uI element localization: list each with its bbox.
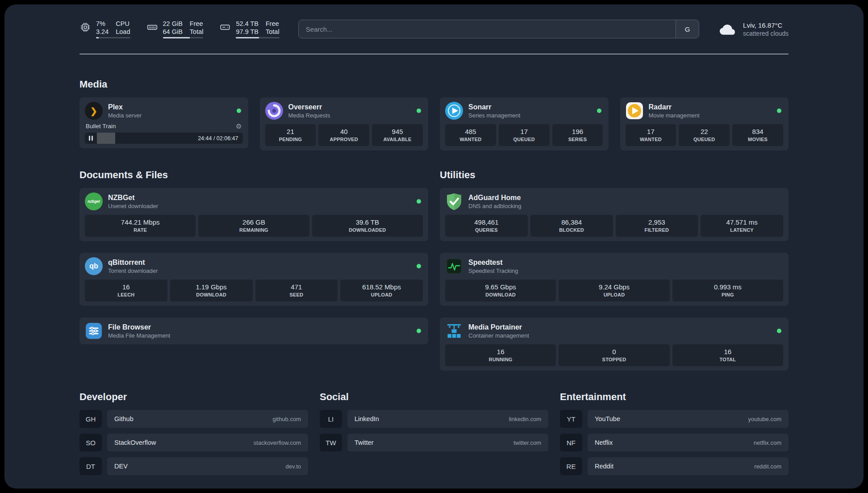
service-card-overseerr[interactable]: Overseerr Media Requests 21 PENDING 40 A… [260, 97, 429, 150]
service-desc: Speedtest Tracking [468, 267, 518, 274]
radarr-icon [626, 102, 643, 120]
playback-bar[interactable]: 24:44 / 02:06:47 [85, 133, 243, 144]
memory-progress [163, 37, 204, 38]
plex-icon: ❯ [85, 102, 103, 120]
top-bar: 7%3.24 CPULoad [79, 20, 789, 38]
bookmark-name: Twitter [355, 439, 374, 446]
status-dot [777, 109, 781, 113]
cpu-icon [79, 21, 91, 33]
cpu-widget: 7%3.24 CPULoad [79, 20, 130, 38]
bookmark-group-title: Social [320, 391, 548, 403]
service-desc: Container management [468, 332, 529, 339]
section-title-documents: Documents & Files [79, 169, 428, 181]
pause-button[interactable] [85, 136, 97, 141]
bookmark-abbr: GH [79, 410, 102, 428]
bookmark-name: YouTube [595, 415, 620, 422]
status-dot [417, 329, 421, 333]
service-card-filebrowser[interactable]: File Browser Media File Management [79, 318, 428, 344]
disk-labels: FreeTotal [266, 20, 280, 36]
bookmark-abbr: YT [560, 410, 582, 428]
qbittorrent-icon: qb [85, 257, 103, 275]
stat-block: 9.24 Gbps UPLOAD [559, 280, 669, 301]
bookmark-group-developer: Developer GH Github github.com SO StackO… [79, 391, 308, 481]
adguard-icon [445, 192, 463, 210]
bookmark-domain: twitter.com [513, 439, 541, 446]
cloud-icon [718, 21, 738, 37]
search-provider-button[interactable]: G [676, 20, 699, 38]
status-dot [237, 109, 241, 113]
service-card-portainer[interactable]: Media Portainer Container management 16 … [440, 318, 789, 371]
service-card-adguard[interactable]: AdGuard Home DNS and adblocking 498,461 … [440, 188, 789, 241]
bookmark-domain: stackoverflow.com [254, 439, 301, 446]
cpu-progress [96, 37, 130, 38]
service-desc: Media Requests [288, 112, 330, 119]
bookmark-domain: dev.to [286, 463, 301, 470]
stat-block: 196 SERIES [552, 124, 603, 146]
bookmark-twitter[interactable]: TW Twitter twitter.com [320, 434, 548, 451]
bookmark-linkedin[interactable]: LI LinkedIn linkedin.com [320, 410, 548, 428]
bookmark-group-title: Entertainment [560, 391, 789, 403]
memory-labels: FreeTotal [190, 20, 204, 36]
bookmark-name: DEV [114, 463, 128, 470]
cpu-values: 7%3.24 [96, 20, 108, 36]
service-name: Media Portainer [468, 323, 529, 332]
service-card-nzbget[interactable]: nzbget NZBGet Usenet downloader 74 [79, 188, 428, 241]
search-input[interactable] [299, 25, 676, 33]
track-title: Bullet Train [86, 123, 116, 130]
stat-block: 21 PENDING [265, 124, 316, 146]
nzbget-icon: nzbget [85, 192, 103, 210]
stat-block: 39.6 TB DOWNLOADED [312, 215, 423, 237]
bookmark-netflix[interactable]: NF Netflix netflix.com [560, 434, 789, 451]
bookmark-stackoverflow[interactable]: SO StackOverflow stackoverflow.com [79, 434, 308, 451]
stat-block: 834 MOVIES [732, 124, 783, 146]
status-dot [597, 109, 601, 113]
weather-widget[interactable]: Lviv, 16.87°C scattered clouds [718, 21, 789, 37]
service-card-speedtest[interactable]: Speedtest Speedtest Tracking 9.65 Gbps D… [440, 253, 789, 306]
cpu-labels: CPULoad [116, 20, 130, 36]
bookmark-youtube[interactable]: YT YouTube youtube.com [560, 410, 789, 428]
system-widgets: 7%3.24 CPULoad [79, 20, 280, 38]
bookmark-github[interactable]: GH Github github.com [79, 410, 308, 428]
section-title-utilities: Utilities [440, 169, 789, 181]
bookmark-domain: github.com [272, 416, 301, 422]
service-card-plex[interactable]: ❯ Plex Media server Bullet Train ⚙ [79, 97, 248, 148]
status-dot [417, 264, 421, 268]
gear-icon[interactable]: ⚙ [236, 123, 242, 130]
service-name: Overseerr [288, 103, 330, 112]
bookmark-group-entertainment: Entertainment YT YouTube youtube.com NF … [560, 391, 789, 481]
stat-block: 16 RUNNING [445, 344, 556, 366]
stat-block: 0.993 ms PING [672, 280, 783, 301]
memory-icon [146, 21, 158, 33]
weather-location: Lviv, 16.87°C [743, 21, 789, 29]
bookmark-reddit[interactable]: RE Reddit reddit.com [560, 457, 789, 475]
stat-block: 9.65 Gbps DOWNLOAD [445, 280, 556, 301]
bookmark-domain: netflix.com [754, 439, 781, 446]
bookmark-domain: youtube.com [748, 416, 781, 422]
bookmark-name: Reddit [595, 463, 613, 470]
stat-block: 266 GB REMAINING [198, 215, 309, 237]
filebrowser-icon [85, 322, 103, 340]
service-card-sonarr[interactable]: Sonarr Series management 485 WANTED 17 Q… [440, 97, 609, 150]
section-media: Media ❯ Plex Media server [79, 79, 789, 150]
service-name: qBittorrent [108, 258, 158, 267]
disk-progress [236, 37, 279, 38]
seek-track[interactable] [97, 133, 193, 144]
sonarr-icon [445, 102, 463, 120]
service-name: Speedtest [468, 258, 518, 267]
service-card-qbittorrent[interactable]: qb qBittorrent Torrent downloader 16 [79, 253, 428, 306]
status-dot [777, 329, 781, 333]
service-name: Radarr [649, 103, 700, 112]
bookmark-group-social: Social LI LinkedIn linkedin.com TW Twitt… [320, 391, 548, 457]
stat-block: 86,384 BLOCKED [530, 215, 613, 237]
service-name: Sonarr [468, 103, 520, 112]
service-name: AdGuard Home [468, 193, 522, 202]
stat-block: 1.19 Gbps DOWNLOAD [170, 280, 253, 301]
service-card-radarr[interactable]: Radarr Movie management 17 WANTED 22 QUE… [620, 97, 789, 150]
memory-widget: 22 GiB64 GiB FreeTotal [146, 20, 204, 38]
service-desc: Torrent downloader [108, 267, 158, 274]
stat-block: 498,461 QUERIES [445, 215, 528, 237]
bookmark-abbr: NF [560, 434, 582, 451]
plex-now-playing: Bullet Train ⚙ 24:44 / 02:06:47 [85, 122, 243, 144]
bookmark-dev[interactable]: DT DEV dev.to [79, 457, 308, 475]
speedtest-icon [445, 257, 463, 275]
